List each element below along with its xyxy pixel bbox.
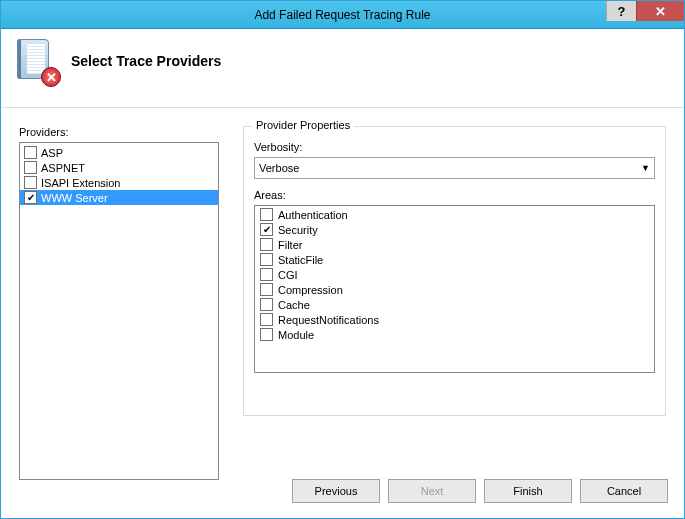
area-checkbox[interactable] bbox=[260, 328, 273, 341]
close-icon: ✕ bbox=[655, 4, 666, 19]
tracing-rule-icon: ✕ bbox=[17, 39, 57, 83]
provider-item[interactable]: ASPNET bbox=[20, 160, 218, 175]
previous-button[interactable]: Previous bbox=[292, 479, 380, 503]
area-item[interactable]: Authentication bbox=[255, 207, 654, 222]
dialog-window: Add Failed Request Tracing Rule ? ✕ ✕ Se… bbox=[0, 0, 685, 519]
chevron-down-icon: ▼ bbox=[641, 163, 650, 173]
areas-row: Areas: AuthenticationSecurityFilterStati… bbox=[254, 189, 655, 373]
verbosity-select[interactable]: Verbose ▼ bbox=[254, 157, 655, 179]
area-item[interactable]: Filter bbox=[255, 237, 654, 252]
error-badge-icon: ✕ bbox=[41, 67, 61, 87]
area-item-label: Filter bbox=[278, 239, 302, 251]
area-checkbox[interactable] bbox=[260, 298, 273, 311]
provider-properties-group: Provider Properties Verbosity: Verbose ▼… bbox=[243, 126, 666, 416]
area-item-label: CGI bbox=[278, 269, 298, 281]
area-item[interactable]: StaticFile bbox=[255, 252, 654, 267]
provider-checkbox[interactable] bbox=[24, 176, 37, 189]
provider-item-label: ASP bbox=[41, 147, 63, 159]
provider-checkbox[interactable] bbox=[24, 161, 37, 174]
area-item-label: Authentication bbox=[278, 209, 348, 221]
help-icon: ? bbox=[618, 4, 626, 19]
provider-checkbox[interactable] bbox=[24, 146, 37, 159]
help-button[interactable]: ? bbox=[606, 1, 636, 21]
provider-item[interactable]: WWW Server bbox=[20, 190, 218, 205]
area-item-label: Cache bbox=[278, 299, 310, 311]
titlebar: Add Failed Request Tracing Rule ? ✕ bbox=[1, 1, 684, 29]
cancel-button[interactable]: Cancel bbox=[580, 479, 668, 503]
provider-item-label: WWW Server bbox=[41, 192, 108, 204]
area-item-label: Module bbox=[278, 329, 314, 341]
area-item[interactable]: RequestNotifications bbox=[255, 312, 654, 327]
provider-checkbox[interactable] bbox=[24, 191, 37, 204]
verbosity-row: Verbosity: Verbose ▼ bbox=[254, 141, 655, 179]
area-item-label: StaticFile bbox=[278, 254, 323, 266]
close-button[interactable]: ✕ bbox=[636, 1, 684, 21]
area-checkbox[interactable] bbox=[260, 313, 273, 326]
finish-button[interactable]: Finish bbox=[484, 479, 572, 503]
next-button: Next bbox=[388, 479, 476, 503]
properties-column: Provider Properties Verbosity: Verbose ▼… bbox=[243, 126, 666, 480]
area-checkbox[interactable] bbox=[260, 268, 273, 281]
area-item[interactable]: Compression bbox=[255, 282, 654, 297]
areas-label: Areas: bbox=[254, 189, 655, 201]
area-item-label: RequestNotifications bbox=[278, 314, 379, 326]
verbosity-label: Verbosity: bbox=[254, 141, 655, 153]
area-checkbox[interactable] bbox=[260, 238, 273, 251]
wizard-header: ✕ Select Trace Providers bbox=[1, 29, 684, 108]
wizard-footer: Previous Next Finish Cancel bbox=[1, 464, 684, 518]
area-item[interactable]: Module bbox=[255, 327, 654, 342]
window-title: Add Failed Request Tracing Rule bbox=[254, 8, 430, 22]
verbosity-value: Verbose bbox=[259, 162, 299, 174]
area-checkbox[interactable] bbox=[260, 208, 273, 221]
area-checkbox[interactable] bbox=[260, 283, 273, 296]
provider-item[interactable]: ASP bbox=[20, 145, 218, 160]
area-checkbox[interactable] bbox=[260, 223, 273, 236]
area-item-label: Compression bbox=[278, 284, 343, 296]
provider-item-label: ISAPI Extension bbox=[41, 177, 121, 189]
area-item-label: Security bbox=[278, 224, 318, 236]
titlebar-buttons: ? ✕ bbox=[606, 1, 684, 28]
area-item[interactable]: CGI bbox=[255, 267, 654, 282]
area-item[interactable]: Cache bbox=[255, 297, 654, 312]
page-title: Select Trace Providers bbox=[71, 53, 221, 69]
provider-properties-title: Provider Properties bbox=[252, 119, 354, 131]
area-item[interactable]: Security bbox=[255, 222, 654, 237]
areas-list[interactable]: AuthenticationSecurityFilterStaticFileCG… bbox=[254, 205, 655, 373]
providers-column: Providers: ASPASPNETISAPI ExtensionWWW S… bbox=[19, 126, 219, 480]
area-checkbox[interactable] bbox=[260, 253, 273, 266]
provider-item-label: ASPNET bbox=[41, 162, 85, 174]
providers-label: Providers: bbox=[19, 126, 219, 138]
content-area: Providers: ASPASPNETISAPI ExtensionWWW S… bbox=[1, 108, 684, 480]
providers-list[interactable]: ASPASPNETISAPI ExtensionWWW Server bbox=[19, 142, 219, 480]
provider-item[interactable]: ISAPI Extension bbox=[20, 175, 218, 190]
